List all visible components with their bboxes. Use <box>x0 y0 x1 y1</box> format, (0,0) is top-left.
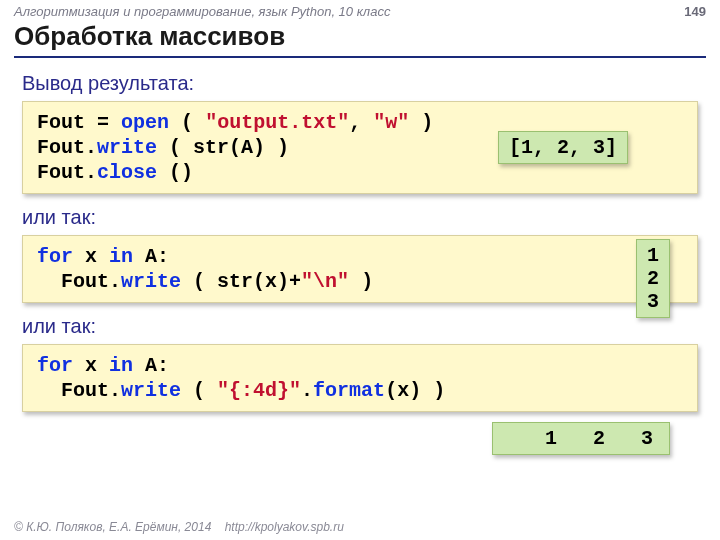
copyright: © К.Ю. Поляков, Е.А. Ерёмин, 2014 <box>14 520 211 534</box>
tok: ( <box>181 111 193 134</box>
tok: "{:4d}" <box>217 379 301 402</box>
tok: close <box>97 161 157 184</box>
tok: x <box>85 245 97 268</box>
tok: = <box>97 111 109 134</box>
output-box-1: [1, 2, 3] <box>498 131 628 164</box>
section-1-label: Вывод результата: <box>0 66 720 101</box>
tok: write <box>121 379 181 402</box>
output-box-3: 1 2 3 <box>492 422 670 455</box>
tok: ) <box>421 111 433 134</box>
tok: ) <box>433 379 445 402</box>
tok: Fout. <box>37 161 97 184</box>
tok: , <box>349 111 361 134</box>
output-3-wrap: 1 2 3 <box>22 422 698 462</box>
tok: + <box>289 270 301 293</box>
code-block-2: for x in A: Fout.write ( str(x)+"\n" ) <box>22 235 698 303</box>
tok: for <box>37 245 73 268</box>
tok: Fout. <box>37 136 97 159</box>
tok: ) <box>361 270 373 293</box>
tok: in <box>109 354 133 377</box>
tok: Fout <box>37 111 85 134</box>
code-block-2-wrap: for x in A: Fout.write ( str(x)+"\n" ) 1… <box>22 235 698 303</box>
section-3-label: или так: <box>0 309 720 344</box>
tok: "output.txt" <box>205 111 349 134</box>
tok: ( <box>169 136 181 159</box>
tok: open <box>121 111 169 134</box>
tok: ( <box>193 270 205 293</box>
code-block-3-wrap: for x in A: Fout.write ( "{:4d}".format(… <box>22 344 698 412</box>
tok: . <box>301 379 313 402</box>
output-box-2: 1 2 3 <box>636 239 670 318</box>
header-bar: Алгоритмизация и программирование, язык … <box>0 0 720 21</box>
page-number: 149 <box>684 4 706 19</box>
tok: write <box>121 270 181 293</box>
tok: str(A) <box>193 136 265 159</box>
footer: © К.Ю. Поляков, Е.А. Ерёмин, 2014 http:/… <box>14 520 344 534</box>
tok: A: <box>145 245 169 268</box>
page-title: Обработка массивов <box>0 21 720 56</box>
code-block-3: for x in A: Fout.write ( "{:4d}".format(… <box>22 344 698 412</box>
tok: str(x) <box>217 270 289 293</box>
section-2-label: или так: <box>0 200 720 235</box>
tok: A: <box>145 354 169 377</box>
tok: write <box>97 136 157 159</box>
tok: format <box>313 379 385 402</box>
title-rule <box>14 56 706 58</box>
tok: x <box>85 354 97 377</box>
tok: Fout. <box>37 270 121 293</box>
code-block-1-wrap: Fout = open ( "output.txt", "w" ) Fout.w… <box>22 101 698 194</box>
tok: Fout. <box>37 379 121 402</box>
tok: for <box>37 354 73 377</box>
tok: ) <box>277 136 289 159</box>
tok: "\n" <box>301 270 349 293</box>
tok: "w" <box>373 111 409 134</box>
footer-url: http://kpolyakov.spb.ru <box>225 520 344 534</box>
tok: ( <box>193 379 205 402</box>
tok: (x) <box>385 379 421 402</box>
tok: () <box>169 161 193 184</box>
tok: in <box>109 245 133 268</box>
course-label: Алгоритмизация и программирование, язык … <box>14 4 390 19</box>
